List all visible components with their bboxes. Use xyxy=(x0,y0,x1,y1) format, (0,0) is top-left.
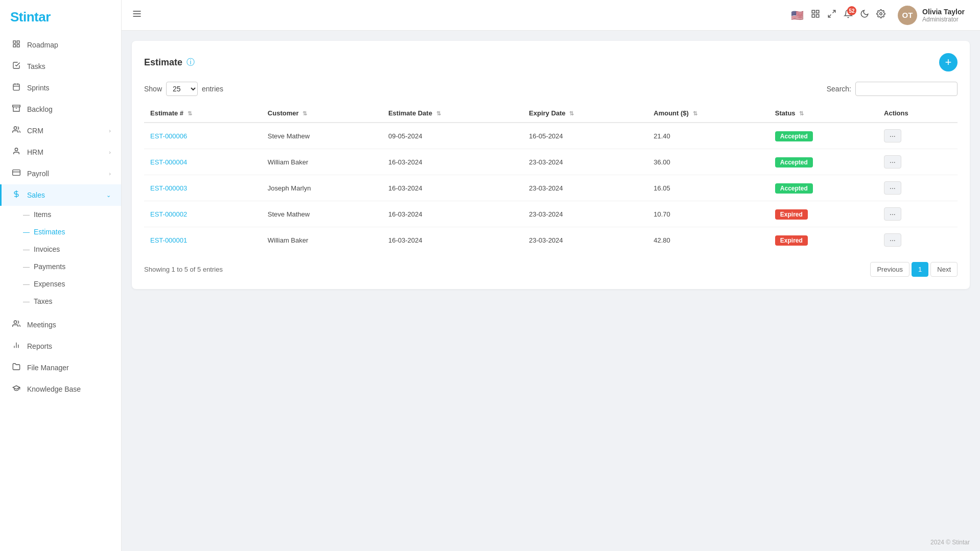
flag-icon[interactable]: 🇺🇸 xyxy=(791,9,804,21)
status-badge: Accepted xyxy=(775,157,813,167)
cell-customer: Steve Mathew xyxy=(262,201,382,227)
table-footer: Showing 1 to 5 of 5 entries Previous 1 N… xyxy=(144,262,958,277)
sort-icon-amount[interactable]: ⇅ xyxy=(693,110,697,116)
cell-actions: ··· xyxy=(878,149,958,175)
sidebar-item-hrm[interactable]: HRM › xyxy=(0,141,121,163)
roadmap-label: Roadmap xyxy=(27,41,111,49)
expenses-label: Expenses xyxy=(34,280,65,288)
sidebar-item-sales[interactable]: Sales ⌄ xyxy=(0,184,121,206)
hrm-arrow: › xyxy=(109,149,111,155)
previous-button[interactable]: Previous xyxy=(870,262,909,277)
cell-status: Accepted xyxy=(769,149,878,175)
reports-icon xyxy=(12,341,21,351)
roadmap-icon xyxy=(12,40,21,50)
card-header: Estimate ⓘ + xyxy=(144,53,958,71)
hamburger-button[interactable] xyxy=(132,9,142,21)
info-icon[interactable]: ⓘ xyxy=(186,57,195,68)
action-button[interactable]: ··· xyxy=(884,233,901,247)
svg-rect-8 xyxy=(13,105,20,107)
page-footer: 2024 © Stintar xyxy=(122,534,980,551)
svg-rect-25 xyxy=(816,15,819,17)
estimate-link[interactable]: EST-000001 xyxy=(150,236,187,244)
col-customer: Customer ⇅ xyxy=(262,104,382,123)
sort-icon-status[interactable]: ⇅ xyxy=(799,110,804,116)
sort-icon-est-date[interactable]: ⇅ xyxy=(436,110,441,116)
estimate-link[interactable]: EST-000006 xyxy=(150,132,187,140)
cell-customer: Joseph Marlyn xyxy=(262,175,382,201)
status-badge: Expired xyxy=(775,235,808,246)
settings-icon[interactable] xyxy=(876,9,885,21)
sidebar-item-payments[interactable]: — Payments xyxy=(0,258,121,275)
page-title: Estimate xyxy=(144,57,182,68)
sidebar: Stintar Roadmap Tasks Sprints Backlog CR… xyxy=(0,0,122,551)
sidebar-item-expenses[interactable]: — Expenses xyxy=(0,275,121,293)
status-badge: Accepted xyxy=(775,183,813,194)
crm-arrow: › xyxy=(109,128,111,134)
items-label: Items xyxy=(34,210,51,219)
status-badge: Expired xyxy=(775,209,808,220)
sort-icon-estimate[interactable]: ⇅ xyxy=(188,110,192,116)
sort-icon-exp-date[interactable]: ⇅ xyxy=(569,110,574,116)
sidebar-item-backlog[interactable]: Backlog xyxy=(0,99,121,120)
entries-select[interactable]: 25 50 100 xyxy=(166,82,198,96)
search-input[interactable] xyxy=(855,82,958,96)
cell-estimate-date: 16-03-2024 xyxy=(382,149,523,175)
cell-estimate-date: 16-03-2024 xyxy=(382,201,523,227)
table-row: EST-000003 Joseph Marlyn 16-03-2024 23-0… xyxy=(144,175,958,201)
dark-mode-icon[interactable] xyxy=(860,9,869,21)
main-area: 🇺🇸 52 OT Olivia Taylor Administ xyxy=(122,0,980,551)
page-1-button[interactable]: 1 xyxy=(912,262,928,277)
expand-icon[interactable] xyxy=(827,9,836,21)
invoices-label: Invoices xyxy=(34,245,60,253)
estimate-link[interactable]: EST-000004 xyxy=(150,158,187,166)
sidebar-item-payroll[interactable]: Payroll › xyxy=(0,163,121,184)
notification-icon[interactable]: 52 xyxy=(844,9,853,21)
cell-estimate-date: 09-05-2024 xyxy=(382,123,523,149)
svg-rect-24 xyxy=(812,15,814,17)
action-button[interactable]: ··· xyxy=(884,207,901,221)
sidebar-item-sprints[interactable]: Sprints xyxy=(0,77,121,99)
next-button[interactable]: Next xyxy=(930,262,958,277)
cell-estimate-date: 16-03-2024 xyxy=(382,227,523,253)
add-estimate-button[interactable]: + xyxy=(939,53,958,71)
showing-text: Showing 1 to 5 of 5 entries xyxy=(144,266,223,273)
sidebar-item-taxes[interactable]: — Taxes xyxy=(0,293,121,310)
svg-rect-3 xyxy=(17,44,19,47)
sidebar-item-file-manager[interactable]: File Manager xyxy=(0,357,121,378)
sprints-label: Sprints xyxy=(27,84,111,92)
action-button[interactable]: ··· xyxy=(884,129,901,142)
sidebar-item-roadmap[interactable]: Roadmap xyxy=(0,34,121,56)
sidebar-item-reports[interactable]: Reports xyxy=(0,336,121,357)
sidebar-item-knowledge-base[interactable]: Knowledge Base xyxy=(0,378,121,400)
sidebar-item-tasks[interactable]: Tasks xyxy=(0,56,121,77)
action-button[interactable]: ··· xyxy=(884,181,901,195)
grid-icon[interactable] xyxy=(811,9,820,21)
payroll-icon xyxy=(12,169,21,179)
cell-amount: 10.70 xyxy=(647,201,769,227)
sidebar-item-estimates[interactable]: — Estimates xyxy=(0,223,121,241)
tasks-label: Tasks xyxy=(27,62,111,70)
sort-icon-customer[interactable]: ⇅ xyxy=(302,110,307,116)
col-estimate-date: Estimate Date ⇅ xyxy=(382,104,523,123)
estimate-link[interactable]: EST-000003 xyxy=(150,184,187,192)
cell-customer: William Baker xyxy=(262,149,382,175)
svg-point-11 xyxy=(15,148,17,151)
taxes-label: Taxes xyxy=(34,297,53,305)
user-section[interactable]: OT Olivia Taylor Administrator xyxy=(893,3,970,28)
svg-rect-2 xyxy=(13,44,16,47)
cell-amount: 21.40 xyxy=(647,123,769,149)
hrm-label: HRM xyxy=(27,148,103,156)
cell-expiry-date: 23-03-2024 xyxy=(523,149,647,175)
sales-arrow: ⌄ xyxy=(106,192,111,199)
estimate-link[interactable]: EST-000002 xyxy=(150,210,187,218)
search-box: Search: xyxy=(827,82,958,96)
svg-point-15 xyxy=(14,321,16,323)
action-button[interactable]: ··· xyxy=(884,155,901,169)
sidebar-item-invoices[interactable]: — Invoices xyxy=(0,241,121,258)
sidebar-item-items[interactable]: — Items xyxy=(0,206,121,223)
reports-label: Reports xyxy=(27,342,111,350)
sidebar-item-crm[interactable]: CRM › xyxy=(0,120,121,141)
table-row: EST-000004 William Baker 16-03-2024 23-0… xyxy=(144,149,958,175)
table-controls: Show 25 50 100 entries Search: xyxy=(144,82,958,96)
sidebar-item-meetings[interactable]: Meetings xyxy=(0,314,121,336)
